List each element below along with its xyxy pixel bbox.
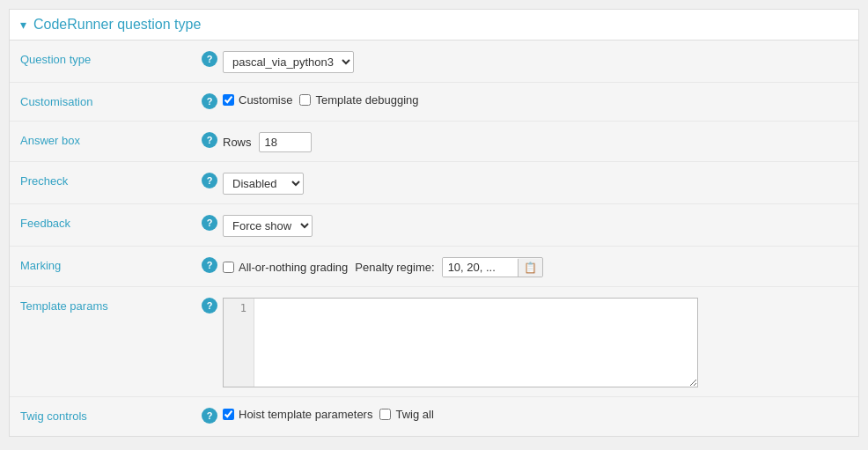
question-type-label: Question type: [20, 49, 196, 66]
penalty-label: Penalty regime:: [355, 261, 434, 274]
rows-input[interactable]: [259, 132, 312, 152]
question-type-help-col: ?: [196, 49, 223, 67]
marking-controls: All-or-nothing grading Penalty regime: 📋: [223, 255, 848, 277]
question-type-controls: pascal_via_python3 python3 c_program jav…: [223, 49, 848, 73]
template-params-label: Template params: [20, 296, 196, 313]
panel-title: CodeRunner question type: [33, 17, 201, 33]
twig-controls-controls: Hoist template parameters Twig all: [223, 406, 848, 421]
all-or-nothing-label: All-or-nothing grading: [239, 261, 348, 274]
feedback-help-col: ?: [196, 213, 223, 231]
customisation-help-icon[interactable]: ?: [202, 93, 217, 109]
hoist-checkbox[interactable]: [223, 409, 234, 420]
panel-body: Question type ? pascal_via_python3 pytho…: [10, 41, 858, 436]
twig-all-group: Twig all: [379, 408, 433, 421]
precheck-help-icon[interactable]: ?: [202, 173, 217, 188]
all-or-nothing-checkbox[interactable]: [223, 262, 234, 273]
rows-label: Rows: [223, 136, 252, 149]
marking-label: Marking: [20, 255, 196, 272]
line-numbers: 1: [224, 299, 254, 387]
collapse-chevron[interactable]: ▾: [20, 18, 26, 32]
feedback-label: Feedback: [20, 213, 196, 230]
template-params-row: Template params ? 1: [10, 287, 858, 397]
twig-controls-row: Twig controls ? Hoist template parameter…: [10, 397, 858, 436]
template-debug-group: Template debugging: [299, 93, 418, 107]
marking-help-col: ?: [196, 255, 223, 273]
customisation-help-col: ?: [196, 92, 223, 109]
feedback-controls: Force show Set by quiz Force hide: [223, 213, 848, 237]
template-params-help-icon[interactable]: ?: [202, 298, 217, 314]
question-type-row: Question type ? pascal_via_python3 pytho…: [10, 41, 858, 83]
template-params-controls: 1: [223, 296, 848, 387]
feedback-help-icon[interactable]: ?: [202, 215, 217, 231]
feedback-row: Feedback ? Force show Set by quiz Force …: [10, 204, 858, 247]
precheck-select[interactable]: Disabled Empty Examples Selected All: [223, 173, 304, 195]
template-params-editor: 1: [223, 298, 698, 387]
twig-controls-help-icon[interactable]: ?: [202, 408, 217, 424]
twig-all-checkbox[interactable]: [379, 409, 391, 420]
precheck-label: Precheck: [20, 171, 196, 188]
marking-row: Marking ? All-or-nothing grading Penalty…: [10, 247, 858, 287]
answer-box-help-icon[interactable]: ?: [202, 132, 217, 148]
template-debugging-label: Template debugging: [315, 93, 418, 107]
answer-box-row: Answer box ? Rows: [10, 122, 858, 162]
twig-controls-help-col: ?: [196, 406, 223, 424]
twig-controls-label: Twig controls: [20, 406, 196, 423]
template-params-textarea[interactable]: [254, 299, 697, 387]
customise-checkbox[interactable]: [223, 94, 234, 106]
all-or-nothing-group: All-or-nothing grading: [223, 261, 348, 274]
template-debugging-checkbox[interactable]: [299, 94, 311, 106]
answer-box-help-col: ?: [196, 130, 223, 148]
coderunner-panel: ▾ CodeRunner question type Question type…: [9, 9, 859, 437]
template-params-help-col: ?: [196, 296, 223, 314]
customisation-controls: Customise Template debugging: [223, 92, 848, 107]
feedback-select[interactable]: Force show Set by quiz Force hide: [223, 215, 313, 237]
penalty-input[interactable]: [443, 258, 518, 277]
penalty-copy-button[interactable]: 📋: [518, 259, 542, 277]
customise-checkbox-label: Customise: [239, 93, 292, 107]
answer-box-controls: Rows: [223, 130, 848, 152]
hoist-label: Hoist template parameters: [239, 408, 372, 421]
customise-group: Customise: [223, 93, 292, 107]
twig-all-label: Twig all: [395, 408, 433, 421]
question-type-help-icon[interactable]: ?: [202, 51, 217, 67]
precheck-help-col: ?: [196, 171, 223, 188]
customisation-label: Customisation: [20, 92, 196, 108]
customisation-row: Customisation ? Customise Template debug…: [10, 83, 858, 122]
hoist-group: Hoist template parameters: [223, 408, 372, 421]
marking-help-icon[interactable]: ?: [202, 257, 217, 273]
precheck-controls: Disabled Empty Examples Selected All: [223, 171, 848, 195]
precheck-row: Precheck ? Disabled Empty Examples Selec…: [10, 162, 858, 204]
penalty-wrapper: 📋: [442, 257, 543, 277]
question-type-select[interactable]: pascal_via_python3 python3 c_program jav…: [223, 51, 354, 73]
panel-header: ▾ CodeRunner question type: [10, 10, 858, 41]
answer-box-label: Answer box: [20, 130, 196, 147]
